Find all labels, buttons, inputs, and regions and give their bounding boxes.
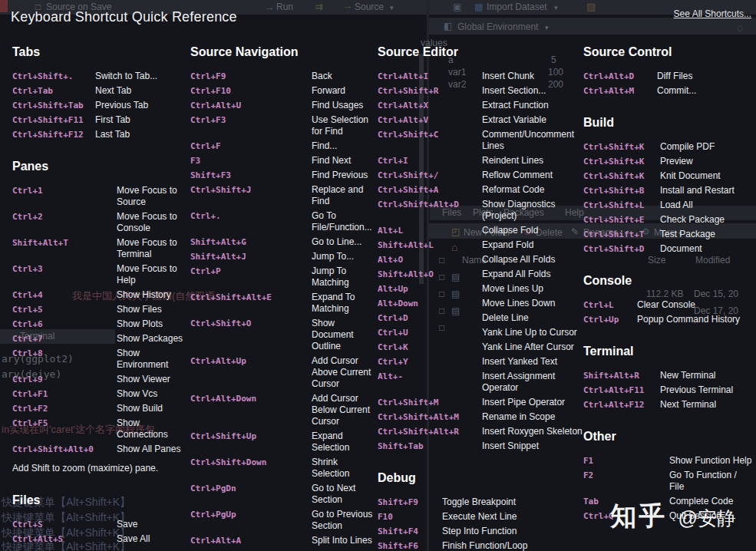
shortcut-row: Shift+Alt+RNew Terminal — [583, 370, 752, 381]
shortcut-keys: Ctrl+Shift+F12 — [12, 129, 95, 140]
shortcut-keys: Ctrl+Shift+Alt+M — [378, 411, 482, 423]
shortcut-row: Ctrl+Shift+TTest Package — [583, 229, 752, 240]
shortcut-row: Ctrl+Alt+VExtract Variable — [378, 114, 585, 126]
watermark-brand: 知乎 — [610, 501, 667, 530]
shortcut-keys: Ctrl+Alt+F12 — [583, 399, 660, 411]
shortcut-row: Ctrl+5Show Files — [12, 304, 186, 315]
shortcut-keys: F2 — [583, 470, 669, 481]
shortcut-row: Ctrl+Shift+DDocument — [583, 243, 752, 255]
watermark: 知乎 @安静 — [610, 499, 736, 534]
shortcut-keys: Ctrl+1 — [12, 185, 117, 196]
shortcut-row: Ctrl+YInsert Yanked Text — [378, 356, 585, 368]
shortcut-description: Insert Section... — [482, 85, 585, 97]
shortcut-description: Save — [117, 519, 186, 530]
shortcut-row: Ctrl+FFind... — [190, 140, 378, 152]
shortcut-keys: Ctrl+Alt+S — [12, 533, 117, 545]
shortcut-description: Test Package — [660, 229, 752, 240]
section-source-control: Source ControlCtrl+Alt+DDiff FilesCtrl+A… — [583, 45, 752, 97]
shortcut-description: Preview — [660, 156, 752, 167]
shortcut-row: Ctrl+F1Show Vcs — [12, 388, 186, 400]
watermark-author: @安静 — [678, 507, 736, 529]
shortcut-keys: Ctrl+5 — [12, 304, 117, 315]
shortcut-row: Ctrl+.Go To File/Function... — [190, 210, 378, 233]
shortcut-row: Ctrl+Alt+SSave All — [12, 533, 186, 545]
shortcut-row: Ctrl+4Show History — [12, 289, 186, 301]
shortcut-row: Alt+DownMove Lines Down — [378, 298, 585, 309]
shortcut-description: Add Cursor Below Current Cursor — [312, 393, 378, 427]
shortcut-keys: Ctrl+Alt+Up — [190, 355, 312, 367]
shortcut-description: Move Lines Up — [482, 283, 585, 295]
shortcut-row: Ctrl+SSave — [12, 519, 186, 530]
shortcut-keys: Ctrl+. — [190, 210, 312, 222]
shortcut-row: Ctrl+F2Show Build — [12, 403, 186, 414]
shortcut-description: Show Environment — [117, 348, 186, 371]
shortcut-description: Show Viewer — [117, 374, 186, 385]
section-heading: Debug — [378, 470, 585, 486]
section-heading: Terminal — [583, 344, 752, 359]
shortcut-row: Ctrl+6Show Plots — [12, 318, 186, 330]
shortcut-description: Show Build — [117, 403, 186, 414]
shortcut-description: Jump To... — [312, 251, 378, 262]
shortcut-keys: Ctrl+Shift+M — [378, 397, 482, 408]
shortcut-row: Ctrl+Shift+KKnit Document — [583, 170, 752, 182]
shortcut-keys: Ctrl+Shift+B — [583, 185, 660, 196]
shortcut-keys: Ctrl+Shift+F11 — [12, 114, 95, 126]
shortcut-row: Ctrl+F9Back — [190, 71, 378, 82]
shortcut-keys: Ctrl+P — [190, 266, 312, 277]
shortcut-keys: Ctrl+Shift+Alt+R — [378, 426, 482, 437]
shortcut-keys: Ctrl+Shift+. — [12, 71, 95, 82]
shortcut-description: Reformat Code — [482, 184, 585, 196]
shortcut-row: Ctrl+Shift+MInsert Pipe Operator — [378, 397, 585, 408]
shortcut-row: Shift+Alt+GGo to Line... — [190, 236, 378, 248]
shortcut-row: Shift+F4Step Into Function — [378, 526, 585, 537]
shortcut-description: Go To File/Function... — [312, 210, 378, 233]
shortcut-column-4: Source ControlCtrl+Alt+DDiff FilesCtrl+A… — [583, 45, 752, 525]
shortcut-description: Clear Console — [637, 299, 752, 311]
shortcut-description: Find Usages — [312, 100, 378, 111]
shortcut-keys: Shift+Alt+O — [378, 269, 482, 280]
section-heading: Console — [583, 273, 752, 289]
shortcut-keys: Shift+Alt+G — [190, 236, 312, 248]
shortcut-description: Document — [660, 243, 752, 255]
shortcut-keys: Ctrl+Up — [583, 314, 637, 325]
shortcut-description: Shrink Selection — [312, 457, 378, 480]
shortcut-keys: Ctrl+PgUp — [190, 509, 312, 520]
shortcut-keys: Ctrl+F10 — [190, 85, 312, 97]
shortcut-description: Insert Assignment Operator — [482, 371, 585, 394]
shortcut-keys: Ctrl+Shift+K — [583, 170, 660, 182]
shortcut-description: Switch to Tab... — [95, 71, 186, 82]
shortcut-keys: Ctrl+2 — [12, 211, 117, 223]
shortcut-keys: Ctrl+7 — [12, 333, 117, 345]
shortcut-keys: Ctrl+Shift+C — [378, 129, 482, 140]
shortcut-keys: F1 — [583, 455, 669, 467]
shortcut-row: Ctrl+Shift+.Switch to Tab... — [12, 71, 186, 82]
shortcut-keys: Ctrl+F2 — [12, 403, 117, 414]
shortcut-description: Previous Tab — [95, 100, 186, 111]
section-debug: DebugShift+F9Toggle BreakpointF10Execute… — [378, 470, 585, 551]
shortcut-keys: Ctrl+Alt+M — [583, 85, 657, 97]
shortcut-description: New Terminal — [660, 370, 752, 381]
shortcut-description: Install and Restart — [660, 185, 752, 196]
shortcut-row: Ctrl+Alt+UFind Usages — [190, 100, 378, 111]
shortcut-description: Show Connections — [117, 417, 186, 440]
shortcut-row: Ctrl+PgDnGo to Next Section — [190, 483, 378, 506]
see-all-shortcuts-link[interactable]: See All Shortcuts... — [674, 8, 751, 19]
shortcut-description: Insert Chunk — [482, 71, 585, 82]
shortcut-description: Yank Line After Cursor — [482, 341, 585, 353]
page-title: Keyboard Shortcut Quick Reference — [11, 9, 237, 25]
section-console: ConsoleCtrl+LClear ConsoleCtrl+UpPopup C… — [583, 273, 752, 325]
shortcut-description: Extract Function — [482, 100, 585, 111]
shortcut-keys: Ctrl+Shift+D — [583, 243, 660, 255]
shortcut-keys: Alt+- — [378, 371, 482, 382]
shortcut-description: Split Into Lines — [312, 535, 378, 546]
shortcut-description: Rename in Scope — [482, 411, 585, 423]
shortcut-row: Ctrl+Shift+JReplace and Find — [190, 184, 378, 207]
shortcut-keys: Ctrl+Shift+Up — [190, 431, 312, 442]
shortcut-row: Ctrl+PJump To Matching — [190, 266, 378, 289]
shortcut-row: Ctrl+Shift+Alt+DShow Diagnostics (Projec… — [378, 199, 585, 222]
shortcut-row: Shift+Alt+JJump To... — [190, 251, 378, 262]
shortcut-keys: Ctrl+Shift+A — [378, 184, 482, 196]
shortcut-keys: Alt+Down — [378, 298, 482, 309]
shortcut-keys: Ctrl+F — [190, 140, 312, 152]
section-tabs: TabsCtrl+Shift+.Switch to Tab...Ctrl+Tab… — [12, 45, 186, 140]
